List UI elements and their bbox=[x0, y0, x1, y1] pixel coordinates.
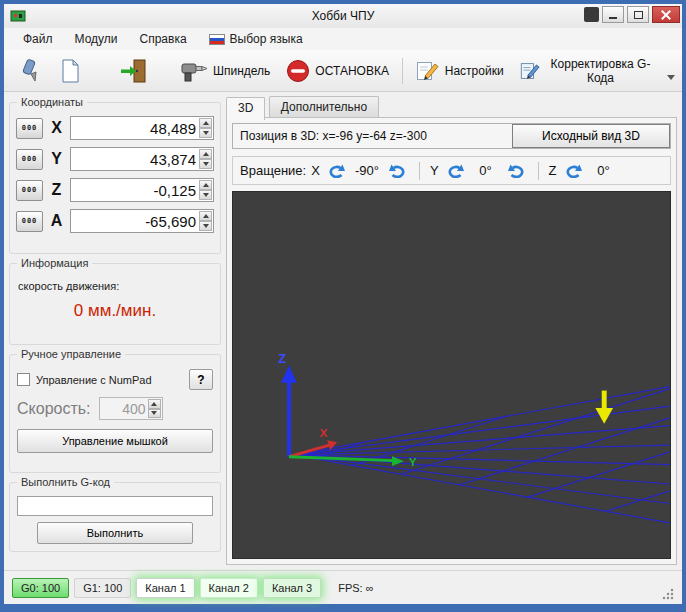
menu-bar: Файл Модули Справка Выбор языка bbox=[4, 28, 682, 50]
channel-1-button[interactable]: Канал 1 bbox=[136, 578, 194, 598]
reset-view-button[interactable]: Исходный вид 3D bbox=[512, 124, 670, 148]
tab-additional[interactable]: Дополнительно bbox=[269, 96, 379, 117]
grid-plane bbox=[294, 345, 670, 558]
a-spinner-up[interactable] bbox=[199, 211, 212, 221]
axis-z-label: Z bbox=[48, 181, 65, 199]
stop-button[interactable]: ОСТАНОВКА bbox=[280, 54, 395, 88]
rotate-y-cw-button[interactable] bbox=[505, 164, 528, 178]
coordinates-group-title: Координаты bbox=[17, 96, 87, 108]
mouse-control-button[interactable]: Управление мышкой bbox=[17, 429, 213, 453]
y-spinner-down[interactable] bbox=[199, 159, 212, 169]
rotation-separator bbox=[538, 162, 539, 180]
a-spinner-down[interactable] bbox=[199, 221, 212, 231]
window-title: Хобби ЧПУ bbox=[312, 9, 375, 23]
resize-grip[interactable] bbox=[662, 588, 674, 602]
gcode-edit-icon bbox=[520, 60, 541, 82]
menu-file[interactable]: Файл bbox=[12, 29, 64, 49]
zero-x-button[interactable]: 000 bbox=[16, 118, 43, 139]
y-spinner-up[interactable] bbox=[199, 149, 212, 159]
g1-status-badge: G1: 100 bbox=[74, 578, 131, 598]
x-spinner-up[interactable] bbox=[199, 118, 212, 128]
spindle-button[interactable]: Шпиндель bbox=[174, 54, 276, 88]
gcode-correction-button[interactable]: Корректировка G-Кода bbox=[514, 54, 662, 88]
maximize-icon bbox=[634, 11, 643, 19]
tab-3d[interactable]: 3D bbox=[226, 97, 265, 120]
coordinates-group: Координаты 000 X 48,489 000 Y 43,874 bbox=[9, 102, 221, 254]
app-window: Хобби ЧПУ Файл Модули Справка Выбор язык… bbox=[0, 0, 686, 612]
numpad-checkbox[interactable] bbox=[17, 373, 30, 386]
stop-icon bbox=[286, 59, 310, 83]
channel-2-button[interactable]: Канал 2 bbox=[200, 578, 258, 598]
minimize-icon bbox=[609, 17, 617, 19]
coordinate-value-x[interactable]: 48,489 bbox=[70, 116, 214, 140]
status-bar: G0: 100 G1: 100 Канал 1 Канал 2 Канал 3 … bbox=[4, 570, 682, 604]
language-flag-icon bbox=[209, 34, 225, 45]
rotate-z-ccw-button[interactable] bbox=[562, 164, 585, 178]
rotate-cw-icon bbox=[507, 164, 526, 178]
coordinate-row-y: 000 Y 43,874 bbox=[16, 147, 214, 171]
rotate-ccw-icon bbox=[564, 164, 583, 178]
rotate-ccw-icon bbox=[327, 164, 346, 178]
manual-speed-input[interactable]: 400 bbox=[99, 397, 163, 420]
manual-group-title: Ручное управление bbox=[17, 348, 125, 360]
position-bar: Позиция в 3D: x=-96 y=-64 z=-300 Исходны… bbox=[232, 123, 671, 149]
movement-speed-value: 0 мм./мин. bbox=[10, 301, 220, 321]
info-group-title: Информация bbox=[17, 257, 92, 269]
numpad-checkbox-label: Управление с NumPad bbox=[36, 374, 152, 386]
main-area: Координаты 000 X 48,489 000 Y 43,874 bbox=[4, 93, 682, 570]
rotation-label: Вращение: bbox=[240, 163, 306, 178]
maximize-button[interactable] bbox=[627, 6, 649, 23]
movement-speed-label: скорость движения: bbox=[18, 280, 220, 292]
close-icon bbox=[661, 10, 671, 20]
help-button[interactable]: ? bbox=[189, 369, 213, 390]
stop-label: ОСТАНОВКА bbox=[315, 64, 389, 78]
viewport-3d[interactable]: Z X Y bbox=[232, 191, 671, 559]
gcode-group-title: Выполнить G-код bbox=[17, 476, 114, 488]
chevron-down-icon bbox=[667, 75, 675, 80]
close-button[interactable] bbox=[652, 6, 680, 23]
zero-a-button[interactable]: 000 bbox=[16, 211, 43, 232]
z-spinner-down[interactable] bbox=[199, 190, 212, 200]
rotate-x-cw-button[interactable] bbox=[386, 164, 409, 178]
toolbar-overflow-button[interactable] bbox=[666, 58, 676, 84]
speed-spinner-down[interactable] bbox=[148, 409, 161, 419]
new-file-button[interactable] bbox=[52, 54, 88, 88]
position-3d-text: Позиция в 3D: x=-96 y=-64 z=-300 bbox=[240, 129, 427, 143]
rotation-y-value: 0° bbox=[472, 163, 500, 178]
menu-language[interactable]: Выбор языка bbox=[198, 29, 314, 49]
rotation-z-value: 0° bbox=[590, 163, 618, 178]
menu-help[interactable]: Справка bbox=[129, 29, 198, 49]
speed-spinner-up[interactable] bbox=[148, 399, 161, 409]
coordinate-value-y[interactable]: 43,874 bbox=[70, 147, 214, 171]
coordinate-value-z[interactable]: -0,125 bbox=[70, 178, 214, 202]
execute-button[interactable]: Выполнить bbox=[37, 522, 192, 544]
drill-icon bbox=[180, 60, 208, 82]
zero-y-button[interactable]: 000 bbox=[16, 149, 43, 170]
axis-x-label: X bbox=[48, 119, 65, 137]
spindle-label: Шпиндель bbox=[213, 64, 270, 78]
coordinate-value-a[interactable]: -65,690 bbox=[70, 209, 214, 233]
menu-modules[interactable]: Модули bbox=[64, 29, 129, 49]
rotate-y-ccw-button[interactable] bbox=[444, 164, 467, 178]
gcode-input[interactable] bbox=[17, 496, 213, 516]
engraver-tool-button[interactable] bbox=[10, 54, 48, 88]
exit-door-button[interactable] bbox=[114, 54, 154, 88]
rotate-x-ccw-button[interactable] bbox=[325, 164, 348, 178]
rotation-bar: Вращение: X -90° Y 0° bbox=[232, 156, 671, 185]
zero-z-button[interactable]: 000 bbox=[16, 180, 43, 201]
coordinate-row-a: 000 A -65,690 bbox=[16, 209, 214, 233]
rotate-ccw-icon bbox=[446, 164, 465, 178]
rotation-x-value: -90° bbox=[353, 163, 381, 178]
axis-a-label: A bbox=[48, 212, 65, 230]
minimize-button[interactable] bbox=[602, 6, 624, 23]
fps-indicator: FPS: ∞ bbox=[338, 582, 373, 594]
settings-label: Настройки bbox=[445, 64, 504, 78]
g0-status-badge: G0: 100 bbox=[12, 578, 69, 598]
pencil-paper-icon bbox=[416, 60, 440, 82]
channel-3-button[interactable]: Канал 3 bbox=[263, 578, 321, 598]
x-spinner-down[interactable] bbox=[199, 128, 212, 138]
settings-button[interactable]: Настройки bbox=[410, 54, 510, 88]
engraver-icon bbox=[16, 58, 42, 84]
z-spinner-up[interactable] bbox=[199, 180, 212, 190]
view3d-panel: 3D Дополнительно Позиция в 3D: x=-96 y=-… bbox=[226, 96, 677, 565]
